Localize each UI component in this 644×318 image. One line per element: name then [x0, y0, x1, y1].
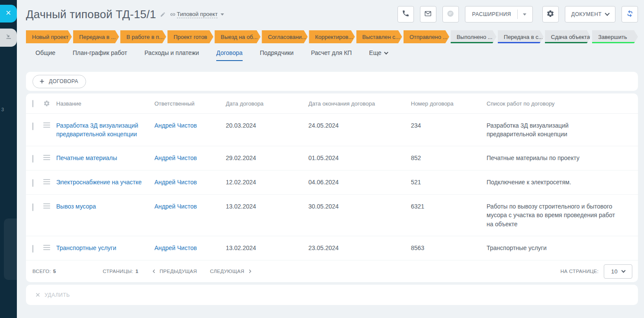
column-header-end-date[interactable]: Дата окончания договора: [308, 100, 411, 107]
tab-more[interactable]: Еще: [369, 49, 387, 60]
contract-end-date: 01.05.2024: [308, 146, 411, 170]
settings-button[interactable]: [542, 6, 559, 22]
chat-summary-icon: [446, 10, 455, 19]
row-checkbox[interactable]: [32, 179, 33, 187]
table-row: Электроснабжение на участке Андрей Чисто…: [26, 170, 638, 195]
chevron-left-icon: [151, 269, 157, 274]
button-divider: [517, 10, 518, 19]
row-menu-icon[interactable]: [43, 155, 50, 160]
column-header-name[interactable]: Название: [56, 100, 154, 107]
chevron-down-icon: [605, 11, 609, 16]
stage-item[interactable]: Согласовани...: [262, 30, 308, 43]
next-page-button[interactable]: СЛЕДУЮЩАЯ: [210, 269, 252, 274]
column-header-works[interactable]: Список работ по договору: [487, 100, 638, 107]
grid-settings-icon[interactable]: [43, 100, 56, 107]
stage-item[interactable]: Новый проект: [26, 30, 72, 43]
stage-item[interactable]: Передача в с...: [498, 30, 544, 43]
responsible-link[interactable]: Андрей Чистов: [154, 122, 197, 129]
page-value: 1: [135, 269, 138, 274]
stage-item[interactable]: Выставлен с...: [356, 30, 402, 43]
row-menu-icon[interactable]: [43, 203, 50, 209]
row-checkbox[interactable]: [32, 245, 33, 253]
responsible-link[interactable]: Андрей Чистов: [154, 244, 197, 251]
contract-number: 521: [411, 170, 487, 194]
call-button[interactable]: [397, 6, 414, 22]
row-menu-icon[interactable]: [43, 122, 50, 128]
table-header-row: Название Ответственный Дата договора Дат…: [26, 93, 638, 114]
plus-icon: [39, 78, 45, 84]
row-menu-icon[interactable]: [43, 245, 50, 250]
contract-name-link[interactable]: Разработка 3Д визуализаций предварительн…: [56, 122, 138, 138]
stage-item[interactable]: Передача в ...: [73, 30, 119, 43]
contract-date: 12.02.2024: [226, 170, 308, 194]
per-page-select[interactable]: 10: [604, 264, 632, 279]
stage-item[interactable]: Проект готов: [167, 30, 213, 43]
page-header: Дачный типовой ТД-15/1 Типовой проект: [26, 0, 638, 24]
table-footer: ВСЕГО: 5 СТРАНИЦЫ: 1 ПРЕДЫДУЩАЯ СЛЕДУЮЩА…: [26, 260, 638, 282]
left-sidebar: 3: [0, 0, 17, 318]
link-icon: [170, 12, 176, 17]
template-project-label: Типовой проект: [177, 11, 218, 18]
prev-page-button[interactable]: ПРЕДЫДУЩАЯ: [151, 269, 197, 274]
contracts-table: Название Ответственный Дата договора Дат…: [26, 93, 638, 282]
row-checkbox[interactable]: [32, 155, 33, 163]
contract-date: 13.02.2024: [226, 236, 308, 260]
stage-item[interactable]: Отправлено ...: [404, 30, 449, 43]
sidebar-widget-panel: [4, 218, 17, 280]
add-contract-button[interactable]: ДОГОВОРА: [32, 75, 86, 88]
tab-quote-calc[interactable]: Расчет для КП: [311, 49, 352, 60]
tab-expenses[interactable]: Расходы и платежи: [144, 49, 199, 60]
stage-item[interactable]: Сдача объекта: [545, 30, 591, 43]
column-header-date[interactable]: Дата договора: [226, 100, 308, 107]
column-header-responsible[interactable]: Ответственный: [154, 100, 226, 107]
tab-contracts[interactable]: Договора: [216, 49, 243, 61]
total-label: ВСЕГО:: [32, 269, 51, 274]
contract-works: Подключение к электросетям.: [487, 170, 638, 194]
email-button[interactable]: [420, 6, 436, 22]
toolbar-card: ДОГОВОРА: [26, 72, 638, 91]
dock-corner-icon: [5, 33, 12, 42]
stage-item[interactable]: Выезд на об...: [215, 30, 260, 43]
pages-label: СТРАНИЦЫ:: [103, 269, 134, 274]
close-panel-button[interactable]: [0, 5, 17, 22]
close-icon: [5, 10, 12, 18]
tab-common[interactable]: Общие: [35, 49, 55, 60]
tab-bar: Общие План-график работ Расходы и платеж…: [26, 49, 638, 64]
stage-item[interactable]: В работе в п...: [120, 30, 166, 43]
contract-name-link[interactable]: Электроснабжение на участке: [56, 179, 142, 186]
contract-name-link[interactable]: Транспортные услуги: [56, 244, 116, 251]
row-menu-icon[interactable]: [43, 179, 50, 184]
extensions-button[interactable]: РАСШИРЕНИЯ: [465, 6, 533, 22]
per-page-value: 10: [611, 268, 618, 275]
contract-end-date: 04.06.2024: [308, 170, 411, 194]
tab-schedule[interactable]: План-график работ: [73, 49, 127, 60]
edit-title-icon[interactable]: [160, 12, 166, 17]
contract-name-link[interactable]: Печатные материалы: [56, 154, 117, 161]
responsible-link[interactable]: Андрей Чистов: [154, 179, 197, 186]
stage-item[interactable]: Выполнено ...: [451, 30, 497, 43]
tab-contractors[interactable]: Подрядчики: [260, 49, 294, 60]
stage-item[interactable]: Корректиров...: [309, 30, 355, 43]
responsible-link[interactable]: Андрей Чистов: [154, 154, 197, 161]
document-button[interactable]: ДОКУМЕНТ: [565, 6, 615, 22]
contract-name-link[interactable]: Вывоз мусора: [56, 203, 96, 210]
row-checkbox[interactable]: [32, 122, 33, 130]
extensions-dropdown[interactable]: [523, 12, 532, 17]
sync-button[interactable]: [622, 6, 638, 22]
select-all-checkbox[interactable]: [32, 100, 33, 107]
delete-button[interactable]: УДАЛИТЬ: [35, 292, 70, 298]
stage-item[interactable]: Завершить: [592, 30, 638, 43]
table-row: Транспортные услуги Андрей Чистов 13.02.…: [26, 236, 638, 260]
prev-page-label: ПРЕДЫДУЩАЯ: [160, 269, 197, 274]
contract-date: 13.02.2024: [226, 195, 308, 236]
delete-label: УДАЛИТЬ: [45, 292, 70, 298]
assistant-button[interactable]: [442, 6, 459, 22]
responsible-link[interactable]: Андрей Чистов: [154, 203, 197, 210]
row-checkbox[interactable]: [32, 203, 33, 211]
next-page-label: СЛЕДУЮЩАЯ: [210, 269, 244, 274]
dock-panel-button[interactable]: [0, 29, 17, 47]
contract-works: Работы по вывозу строительного и бытовог…: [487, 195, 638, 236]
template-project-link[interactable]: Типовой проект: [170, 11, 224, 18]
page-title: Дачный типовой ТД-15/1: [26, 8, 156, 21]
column-header-number[interactable]: Номер договора: [411, 100, 487, 107]
